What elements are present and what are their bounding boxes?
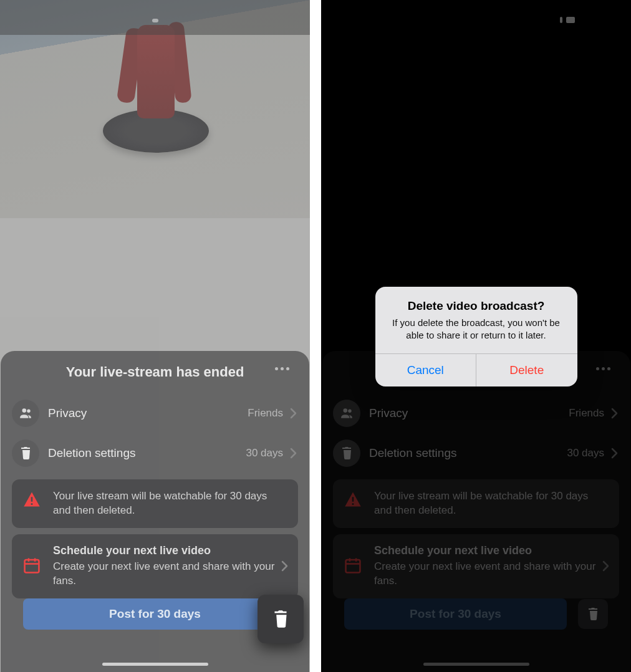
people-icon	[12, 400, 39, 427]
deletion-settings-row[interactable]: Deletion settings 30 days	[12, 433, 298, 473]
sheet-title: Your live-stream has ended	[66, 364, 244, 380]
post-button[interactable]: Post for 30 days	[23, 598, 287, 630]
chevron-right-icon	[288, 447, 298, 459]
retention-warning-card: Your live stream will be watchable for 3…	[12, 479, 298, 528]
post-button[interactable]: Post for 30 days	[344, 598, 567, 630]
chevron-right-icon	[288, 407, 298, 420]
calendar-icon	[344, 557, 364, 577]
schedule-subtitle: Create your next live event and share wi…	[374, 560, 608, 588]
retention-warning-text: Your live stream will be watchable for 3…	[374, 489, 608, 518]
calendar-icon	[23, 557, 43, 577]
right-screenshot: Your live-stream has ended Privacy Frien…	[321, 0, 631, 672]
deletion-value: 30 days	[246, 447, 283, 459]
deletion-value: 30 days	[567, 447, 604, 459]
schedule-title: Schedule your next live video	[374, 544, 608, 557]
trash-icon	[333, 439, 360, 467]
home-indicator	[102, 663, 208, 666]
chevron-right-icon	[609, 447, 619, 459]
more-button[interactable]	[271, 363, 293, 374]
privacy-row[interactable]: Privacy Friends	[12, 393, 298, 433]
chevron-right-icon	[609, 407, 619, 420]
privacy-row[interactable]: Privacy Friends	[333, 393, 619, 433]
warning-icon	[344, 491, 364, 511]
end-stream-sheet: Your live-stream has ended Privacy Frien…	[322, 351, 630, 672]
trash-icon	[12, 439, 39, 467]
retention-warning-text: Your live stream will be watchable for 3…	[53, 489, 287, 518]
schedule-next-card[interactable]: Schedule your next live video Create you…	[333, 534, 619, 598]
more-button[interactable]	[592, 363, 614, 374]
schedule-subtitle: Create your next live event and share wi…	[53, 560, 287, 588]
confirm-delete-button[interactable]: Delete	[476, 354, 577, 386]
retention-warning-card: Your live stream will be watchable for 3…	[333, 479, 619, 528]
status-bar	[0, 0, 310, 35]
alert-title: Delete video broadcast?	[387, 299, 566, 313]
delete-confirm-alert: Delete video broadcast? If you delete th…	[375, 287, 577, 386]
status-bar	[321, 0, 631, 35]
deletion-label: Deletion settings	[48, 446, 246, 460]
privacy-label: Privacy	[48, 406, 248, 420]
cancel-button[interactable]: Cancel	[375, 354, 476, 386]
people-icon	[333, 400, 360, 427]
left-screenshot: Your live-stream has ended Privacy Frien…	[0, 0, 310, 672]
privacy-value: Friends	[248, 407, 283, 420]
alert-message: If you delete the broadcast, you won't b…	[387, 317, 566, 342]
chevron-right-icon	[600, 560, 610, 572]
warning-icon	[23, 491, 43, 511]
chevron-right-icon	[279, 560, 289, 572]
schedule-next-card[interactable]: Schedule your next live video Create you…	[12, 534, 298, 598]
delete-button[interactable]	[578, 599, 608, 629]
schedule-title: Schedule your next live video	[53, 544, 287, 557]
privacy-value: Friends	[569, 407, 604, 420]
home-indicator	[423, 663, 529, 666]
delete-button[interactable]	[258, 595, 304, 643]
deletion-label: Deletion settings	[369, 446, 567, 460]
deletion-settings-row[interactable]: Deletion settings 30 days	[333, 433, 619, 473]
privacy-label: Privacy	[369, 406, 569, 420]
